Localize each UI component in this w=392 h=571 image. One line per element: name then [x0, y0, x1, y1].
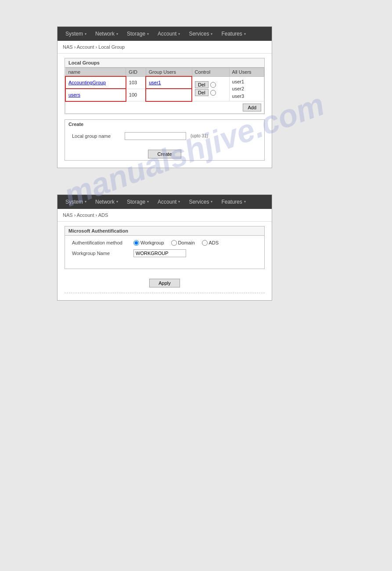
- radio-ads[interactable]: [202, 240, 208, 246]
- form-row-group-name: Local group name (upto 31): [72, 132, 257, 140]
- content-2: Microsoft Authentification Authentificat…: [58, 222, 272, 300]
- chevron-icon: ▾: [211, 32, 212, 36]
- add-row: Add: [65, 101, 264, 114]
- nav-network[interactable]: Network ▾: [91, 27, 122, 41]
- radio-domain-label[interactable]: Domain: [171, 240, 195, 246]
- navbar-1: System ▾ Network ▾ Storage ▾ Account ▾ S…: [58, 27, 272, 41]
- breadcrumb-1: NAS › Account › Local Group: [58, 41, 272, 54]
- control-row-1: Del: [195, 81, 216, 88]
- chevron-icon: ▾: [116, 32, 118, 36]
- local-groups-title: Local Groups: [65, 58, 264, 68]
- chevron-icon: ▾: [211, 200, 212, 204]
- chevron-icon: ▾: [147, 200, 149, 204]
- bottom-divider: [65, 293, 265, 293]
- group-users-accounting: user1: [146, 76, 192, 89]
- chevron-icon: ▾: [147, 32, 149, 36]
- chevron-icon: ▾: [244, 200, 246, 204]
- group-name-users: users: [65, 89, 126, 101]
- chevron-icon: ▾: [178, 32, 180, 36]
- col-group-users: Group Users: [146, 68, 192, 77]
- group-gid-users: 100: [126, 89, 146, 101]
- panel-ads: System ▾ Network ▾ Storage ▾ Account ▾ S…: [57, 194, 272, 301]
- local-groups-section: Local Groups name GID Group Users Contro…: [65, 58, 265, 114]
- chevron-icon: ▾: [244, 32, 246, 36]
- ms-auth-title: Microsoft Authentification: [65, 226, 264, 236]
- workgroup-name-row: Workgroup Name: [72, 249, 257, 257]
- nav-account[interactable]: Account ▾: [153, 27, 184, 41]
- chevron-icon: ▾: [85, 32, 86, 36]
- control-cell: Del Del: [195, 81, 226, 96]
- table-row: AccountingGroup 103 user1 Del: [65, 76, 264, 89]
- create-section: Create Local group name (upto 31) Create: [65, 119, 265, 161]
- workgroup-name-input[interactable]: [133, 249, 186, 257]
- content-1: Local Groups name GID Group Users Contro…: [58, 54, 272, 168]
- apply-row: Apply: [65, 276, 265, 289]
- ms-auth-box: Microsoft Authentification Authentificat…: [65, 226, 265, 269]
- panel-local-group: System ▾ Network ▾ Storage ▾ Account ▾ S…: [57, 26, 272, 168]
- nav2-account[interactable]: Account ▾: [153, 195, 184, 209]
- local-group-name-label: Local group name: [72, 133, 120, 139]
- col-name: name: [65, 68, 126, 77]
- workgroup-name-label: Workgroup Name: [72, 251, 129, 256]
- group-name-link-users[interactable]: users: [68, 92, 80, 97]
- control-accounting: Del Del: [192, 76, 229, 101]
- group-users-link[interactable]: user1: [149, 80, 161, 85]
- local-group-name-input[interactable]: [125, 132, 186, 140]
- group-gid-accounting: 103: [126, 76, 146, 89]
- radio-domain[interactable]: [171, 240, 177, 246]
- upto-hint: (upto 31): [191, 133, 208, 138]
- group-name-accounting: AccountingGroup: [65, 76, 126, 89]
- radio-2[interactable]: [210, 90, 216, 96]
- all-users-cell: user1user2user3: [229, 76, 264, 101]
- col-control: Control: [192, 68, 229, 77]
- group-name-link-accounting[interactable]: AccountingGroup: [68, 80, 106, 85]
- create-form: Local group name (upto 31): [65, 129, 264, 147]
- nav2-storage[interactable]: Storage ▾: [122, 195, 153, 209]
- apply-button[interactable]: Apply: [149, 279, 180, 287]
- radio-workgroup[interactable]: [133, 240, 139, 246]
- auth-form: Authentification method Workgroup Domain: [65, 236, 264, 265]
- nav-features[interactable]: Features ▾: [217, 27, 250, 41]
- col-all-users: All Users: [229, 68, 264, 77]
- radio-1[interactable]: [210, 82, 216, 88]
- col-gid: GID: [126, 68, 146, 77]
- group-users-users: [146, 89, 192, 101]
- radio-workgroup-label[interactable]: Workgroup: [133, 240, 164, 246]
- control-row-2: Del: [195, 89, 216, 96]
- create-title: Create: [65, 120, 264, 129]
- del-button-2[interactable]: Del: [195, 89, 209, 96]
- auth-method-row: Authentification method Workgroup Domain: [72, 240, 257, 246]
- local-groups-table: name GID Group Users Control All Users A…: [65, 68, 264, 114]
- nav-system[interactable]: System ▾: [61, 27, 91, 41]
- chevron-icon: ▾: [85, 200, 86, 204]
- all-users-list: user1user2user3: [232, 78, 261, 100]
- nav-services[interactable]: Services ▾: [184, 27, 217, 41]
- del-button-1[interactable]: Del: [195, 81, 209, 88]
- chevron-icon: ▾: [116, 200, 118, 204]
- nav2-network[interactable]: Network ▾: [91, 195, 122, 209]
- nav2-services[interactable]: Services ▾: [184, 195, 217, 209]
- breadcrumb-2: NAS › Account › ADS: [58, 209, 272, 222]
- auth-method-label: Authentification method: [72, 240, 129, 245]
- navbar-2: System ▾ Network ▾ Storage ▾ Account ▾ S…: [58, 195, 272, 209]
- create-btn-row: Create: [65, 147, 264, 160]
- chevron-icon: ▾: [178, 200, 180, 204]
- add-button[interactable]: Add: [243, 104, 261, 111]
- create-button[interactable]: Create: [148, 150, 181, 158]
- auth-radio-group: Workgroup Domain ADS: [133, 240, 219, 246]
- nav2-system[interactable]: System ▾: [61, 195, 91, 209]
- nav-storage[interactable]: Storage ▾: [122, 27, 153, 41]
- radio-ads-label[interactable]: ADS: [202, 240, 219, 246]
- nav2-features[interactable]: Features ▾: [217, 195, 250, 209]
